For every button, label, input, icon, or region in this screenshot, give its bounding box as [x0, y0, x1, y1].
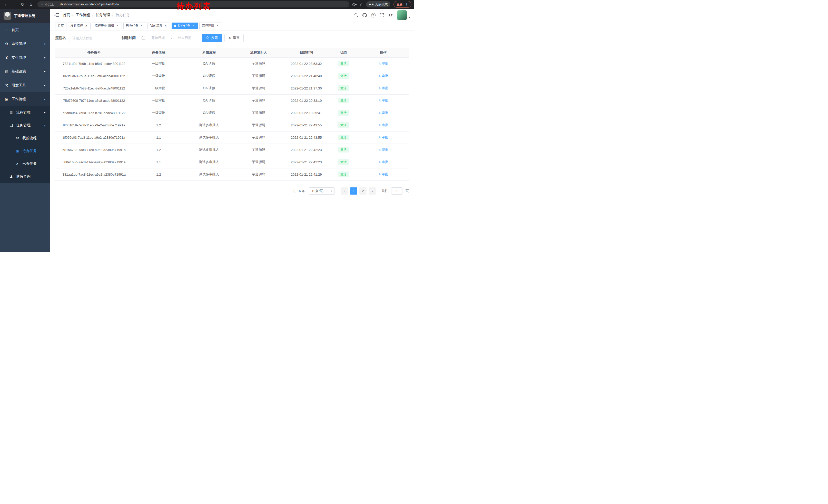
- chevron-down-icon: [44, 70, 45, 73]
- incognito-label: 无痕模式: [375, 2, 387, 7]
- status-badge: 激活: [338, 159, 349, 165]
- process-name-input[interactable]: [69, 34, 115, 42]
- tab-done-task[interactable]: 已办任务: [123, 22, 146, 29]
- font-size-icon[interactable]: [388, 13, 393, 17]
- sidebar-item-system[interactable]: 系统管理: [0, 37, 50, 51]
- chevron-down-icon: [331, 189, 332, 192]
- search-button[interactable]: 搜索: [202, 34, 222, 42]
- date-range-picker[interactable]: 开始日期 - 结束日期: [139, 34, 198, 42]
- calendar-icon: [141, 37, 145, 40]
- table-row: 725a1eb6-7b88-11ec-8ef0-acde48001122 一级审…: [55, 82, 409, 94]
- gear-icon: [5, 42, 9, 46]
- tab-my-process[interactable]: 我的流程: [148, 22, 170, 29]
- tab-start-process[interactable]: 发起流程: [68, 22, 90, 29]
- chevron-down-icon: [44, 111, 45, 114]
- workflow-icon: [5, 97, 9, 101]
- created-cell: 2022-01-22 20:33:10: [283, 94, 329, 107]
- sidebar-item-process-management[interactable]: 流程管理: [0, 106, 50, 119]
- approve-link[interactable]: 审批: [378, 123, 388, 127]
- prev-page-button[interactable]: [341, 187, 348, 194]
- sidebar-item-devtools[interactable]: 研发工具: [0, 79, 50, 92]
- end-date-input[interactable]: 结束日期: [174, 36, 196, 40]
- password-key-icon[interactable]: [353, 3, 357, 6]
- refresh-icon: [229, 36, 232, 40]
- bookmark-star-icon[interactable]: ☆: [360, 2, 363, 7]
- start-date-input[interactable]: 开始日期: [147, 36, 169, 40]
- sidebar-item-infrastructure[interactable]: 基础设施: [0, 64, 50, 79]
- search-icon[interactable]: [355, 13, 358, 17]
- page-button-1[interactable]: 1: [350, 187, 357, 194]
- page-button-2[interactable]: 2: [359, 187, 367, 194]
- fullscreen-icon[interactable]: [380, 13, 384, 17]
- browser-back-icon[interactable]: ←: [3, 1, 10, 8]
- approve-link[interactable]: 审批: [378, 61, 388, 66]
- dashboard-icon: [5, 28, 9, 32]
- close-icon[interactable]: [84, 24, 88, 28]
- sidebar-item-done-task[interactable]: 已办任务: [0, 157, 50, 170]
- avatar-caret-icon[interactable]: [409, 16, 410, 19]
- active-tab-dot: [174, 25, 176, 27]
- sidebar-item-task-management[interactable]: 任务管理: [0, 119, 50, 132]
- edit-icon: [378, 74, 381, 78]
- breadcrumb-task-management[interactable]: 任务管理: [96, 13, 110, 17]
- update-button[interactable]: 更新: [394, 1, 411, 8]
- approve-link[interactable]: 审批: [378, 172, 388, 177]
- task-name-cell: 1.2: [133, 144, 184, 156]
- status-cell: 激活: [329, 70, 358, 82]
- app-logo[interactable]: 芋道管理系统: [0, 9, 50, 23]
- action-cell: 审批: [358, 119, 409, 131]
- sidebar-item-leave-query[interactable]: 请假查询: [0, 170, 50, 183]
- approve-link[interactable]: 审批: [378, 110, 388, 115]
- browser-menu-icon[interactable]: [405, 3, 408, 6]
- sidebar-item-my-process[interactable]: 我的流程: [0, 132, 50, 145]
- created-cell: 2022-01-21 22:43:55: [283, 131, 329, 144]
- sidebar-item-payment[interactable]: 支付管理: [0, 51, 50, 64]
- tab-home[interactable]: 首页: [55, 22, 67, 29]
- initiator-cell: 芋道源码: [234, 82, 283, 94]
- created-cell: 2022-01-22 18:25:41: [283, 107, 329, 119]
- pagination: 共 16 条 10条/页 1 2 前往 页: [55, 187, 409, 194]
- table-row: 069c6a63-7b8a-11ec-8ef0-acde48001122 一级审…: [55, 70, 409, 82]
- action-cell: 审批: [358, 131, 409, 144]
- tab-todo-task[interactable]: 待办任务: [172, 22, 198, 29]
- next-page-button[interactable]: [369, 187, 376, 194]
- sidebar-fold-icon[interactable]: [54, 13, 59, 17]
- approve-link[interactable]: 审批: [378, 160, 388, 164]
- github-icon[interactable]: [363, 13, 367, 17]
- infrastructure-icon: [5, 70, 9, 74]
- approve-link[interactable]: 审批: [378, 98, 388, 103]
- yen-icon: [5, 56, 9, 60]
- avatar[interactable]: [397, 10, 407, 20]
- approve-link[interactable]: 审批: [378, 74, 388, 78]
- help-icon[interactable]: [371, 13, 376, 17]
- close-icon[interactable]: [164, 24, 167, 28]
- reset-button[interactable]: 重置: [224, 34, 244, 42]
- page-size-select[interactable]: 10条/页: [309, 187, 335, 194]
- approve-link[interactable]: 审批: [378, 135, 388, 140]
- approve-link[interactable]: 审批: [378, 86, 388, 91]
- sidebar-item-todo-task[interactable]: 待办任务: [0, 145, 50, 157]
- browser-forward-icon[interactable]: →: [11, 1, 18, 8]
- breadcrumb-workflow[interactable]: 工作流程: [76, 13, 90, 17]
- edit-icon: [378, 136, 381, 139]
- browser-reload-icon[interactable]: ↻: [19, 1, 26, 8]
- browser-home-icon[interactable]: ⌂: [27, 1, 34, 8]
- tab-process-detail[interactable]: 流程详情: [199, 22, 222, 29]
- sidebar-item-workflow[interactable]: 工作流程: [0, 92, 50, 106]
- table-header: 任务编号 任务名称 所属流程 流程发起人 创建时间 状态 操作: [55, 48, 409, 57]
- close-icon[interactable]: [116, 24, 119, 28]
- close-icon[interactable]: [140, 24, 143, 28]
- navbar-actions: [355, 10, 410, 20]
- goto-page-input[interactable]: [391, 187, 403, 194]
- sidebar-item-home[interactable]: 首页: [0, 23, 50, 37]
- col-task-id: 任务编号: [55, 48, 133, 57]
- edit-icon: [378, 123, 381, 127]
- close-icon[interactable]: [216, 24, 219, 28]
- task-name-cell: 1.1: [133, 156, 184, 168]
- breadcrumb-home[interactable]: 首页: [63, 13, 70, 17]
- task-name-cell: 1.2: [133, 119, 184, 131]
- tab-process-form-edit[interactable]: 流程表单-编辑: [92, 22, 122, 29]
- close-icon[interactable]: [192, 24, 195, 28]
- approve-link[interactable]: 审批: [378, 147, 388, 152]
- status-cell: 激活: [329, 107, 358, 119]
